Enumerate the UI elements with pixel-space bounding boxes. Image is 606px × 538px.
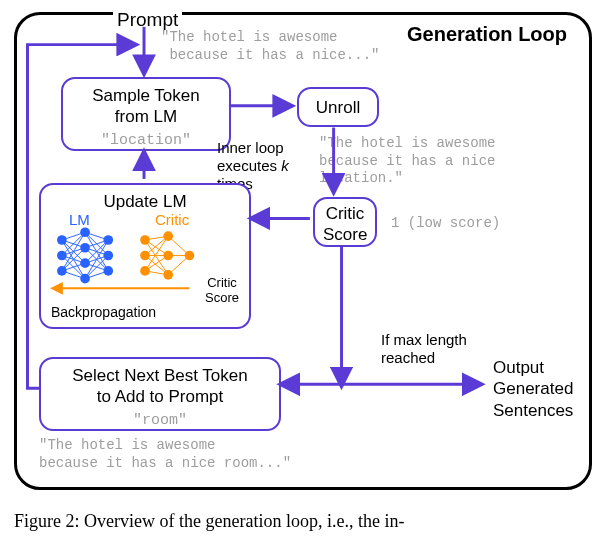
svg-line-10	[62, 232, 85, 240]
svg-line-22	[85, 232, 108, 240]
unroll-label: Unroll	[307, 97, 369, 118]
backprop-text: Backpropagation	[51, 304, 156, 322]
maxlen-label: If max length reached	[381, 331, 467, 367]
svg-line-11	[62, 240, 85, 248]
svg-point-1	[57, 251, 67, 261]
svg-line-47	[145, 236, 168, 271]
critic-output: 1 (low score)	[391, 215, 500, 233]
svg-point-39	[163, 270, 173, 280]
svg-point-37	[163, 231, 173, 241]
svg-line-12	[62, 240, 85, 263]
svg-line-32	[85, 263, 108, 271]
svg-line-28	[85, 255, 108, 263]
svg-line-43	[145, 240, 168, 275]
svg-line-17	[62, 255, 85, 278]
update-lm-box: Update LM LM Critic Critic Score Backpro…	[39, 183, 251, 329]
svg-point-6	[80, 274, 90, 284]
svg-line-18	[62, 232, 85, 271]
lm-text: LM	[69, 211, 90, 230]
svg-line-33	[85, 271, 108, 279]
svg-line-52	[168, 255, 189, 274]
critic-text: Critic	[155, 211, 189, 230]
select-label: Select Next Best Token to Add to Prompt	[49, 365, 271, 408]
svg-line-21	[62, 271, 85, 279]
sample-token-sub: "location"	[71, 132, 221, 151]
diagram-frame: Generation Loop Prompt "The hotel is awe…	[14, 12, 592, 490]
svg-point-7	[103, 235, 113, 245]
svg-point-34	[140, 235, 150, 245]
svg-line-42	[145, 240, 168, 255]
svg-line-50	[168, 236, 189, 255]
critic-score-label: Critic Score	[323, 203, 367, 246]
svg-line-25	[85, 240, 108, 279]
select-sub: "room"	[49, 412, 271, 431]
svg-point-0	[57, 235, 67, 245]
unroll-box: Unroll	[297, 87, 379, 127]
svg-point-5	[80, 258, 90, 268]
svg-line-31	[85, 248, 108, 271]
svg-line-14	[62, 232, 85, 255]
update-lm-label: Update LM	[49, 191, 241, 212]
svg-point-40	[185, 251, 195, 261]
svg-point-2	[57, 266, 67, 276]
svg-line-49	[145, 271, 168, 275]
update-lm-inner: LM Critic Critic Score Backpropagation	[41, 211, 249, 327]
figure-caption: Figure 2: Overview of the generation loo…	[0, 511, 606, 532]
svg-line-24	[85, 240, 108, 263]
svg-marker-54	[52, 284, 62, 294]
svg-line-29	[85, 255, 108, 278]
sample-token-box: Sample Token from LM "location"	[61, 77, 231, 151]
svg-line-41	[145, 236, 168, 240]
final-prompt: "The hotel is awesome because it has a n…	[39, 437, 291, 472]
prompt-label: Prompt	[113, 9, 182, 31]
select-box: Select Next Best Token to Add to Prompt …	[39, 357, 281, 431]
svg-line-46	[145, 255, 168, 274]
svg-point-8	[103, 251, 113, 261]
svg-line-16	[62, 255, 85, 263]
svg-point-38	[163, 251, 173, 261]
svg-line-20	[62, 263, 85, 271]
title: Generation Loop	[407, 23, 567, 46]
svg-point-35	[140, 251, 150, 261]
svg-line-19	[62, 248, 85, 271]
svg-line-27	[85, 248, 108, 256]
sample-token-label: Sample Token from LM	[71, 85, 221, 128]
svg-line-15	[62, 248, 85, 256]
svg-line-48	[145, 255, 168, 270]
svg-point-4	[80, 243, 90, 253]
unroll-output: "The hotel is awesome because it has a n…	[319, 135, 495, 188]
svg-line-26	[85, 232, 108, 255]
prompt-text: "The hotel is awesome because it has a n…	[161, 29, 379, 64]
svg-line-23	[85, 240, 108, 248]
svg-line-30	[85, 232, 108, 271]
critic-score-box: Critic Score	[313, 197, 377, 247]
svg-point-9	[103, 266, 113, 276]
critic-score-text: Critic Score	[205, 276, 239, 305]
svg-line-13	[62, 240, 85, 279]
svg-line-44	[145, 236, 168, 255]
output-label: Output Generated Sentences	[493, 357, 573, 421]
svg-point-36	[140, 266, 150, 276]
